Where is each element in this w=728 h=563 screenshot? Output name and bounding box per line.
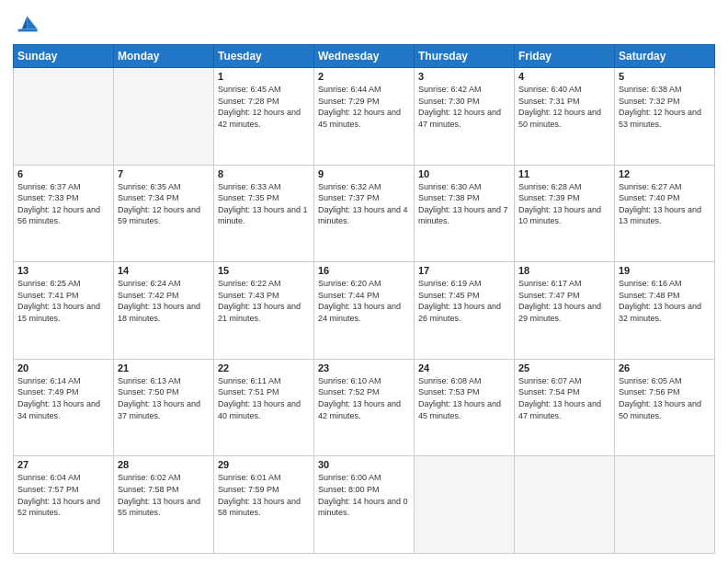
calendar-cell: 30 Sunrise: 6:00 AMSunset: 8:00 PMDaylig… [314, 456, 415, 554]
day-info: Sunrise: 6:13 AMSunset: 7:50 PMDaylight:… [118, 375, 210, 421]
calendar-cell: 17 Sunrise: 6:19 AMSunset: 7:45 PMDaylig… [415, 262, 515, 360]
calendar-cell: 6 Sunrise: 6:37 AMSunset: 7:33 PMDayligh… [14, 165, 114, 262]
day-number: 2 [318, 71, 410, 82]
day-info: Sunrise: 6:30 AMSunset: 7:38 PMDaylight:… [418, 181, 510, 227]
page: SundayMondayTuesdayWednesdayThursdayFrid… [0, 0, 728, 563]
day-number: 21 [118, 362, 210, 373]
calendar-cell: 13 Sunrise: 6:25 AMSunset: 7:41 PMDaylig… [14, 262, 114, 360]
day-info: Sunrise: 6:01 AMSunset: 7:59 PMDaylight:… [218, 472, 310, 518]
day-number: 19 [619, 265, 711, 276]
day-info: Sunrise: 6:02 AMSunset: 7:58 PMDaylight:… [118, 472, 210, 518]
day-header-wednesday: Wednesday [314, 45, 415, 68]
day-header-tuesday: Tuesday [214, 45, 314, 68]
svg-marker-0 [27, 17, 37, 29]
day-number: 13 [17, 265, 109, 276]
calendar-cell: 2 Sunrise: 6:44 AMSunset: 7:29 PMDayligh… [314, 68, 415, 166]
calendar-cell: 1 Sunrise: 6:45 AMSunset: 7:28 PMDayligh… [214, 68, 314, 166]
day-info: Sunrise: 6:08 AMSunset: 7:53 PMDaylight:… [418, 375, 510, 421]
day-number: 23 [318, 362, 410, 373]
day-number: 28 [118, 459, 210, 470]
day-info: Sunrise: 6:19 AMSunset: 7:45 PMDaylight:… [418, 278, 510, 324]
logo [13, 11, 42, 37]
calendar-cell: 5 Sunrise: 6:38 AMSunset: 7:32 PMDayligh… [615, 68, 715, 166]
day-number: 20 [17, 362, 109, 373]
header [13, 11, 715, 37]
calendar-cell: 12 Sunrise: 6:27 AMSunset: 7:40 PMDaylig… [615, 165, 715, 262]
calendar-cell: 8 Sunrise: 6:33 AMSunset: 7:35 PMDayligh… [214, 165, 314, 262]
calendar-cell [415, 456, 515, 554]
week-row-3: 13 Sunrise: 6:25 AMSunset: 7:41 PMDaylig… [14, 262, 715, 360]
day-info: Sunrise: 6:37 AMSunset: 7:33 PMDaylight:… [17, 181, 109, 227]
calendar-cell [114, 68, 214, 166]
calendar-cell: 15 Sunrise: 6:22 AMSunset: 7:43 PMDaylig… [214, 262, 314, 360]
day-info: Sunrise: 6:32 AMSunset: 7:37 PMDaylight:… [318, 181, 410, 227]
day-info: Sunrise: 6:42 AMSunset: 7:30 PMDaylight:… [418, 84, 510, 130]
day-info: Sunrise: 6:07 AMSunset: 7:54 PMDaylight:… [518, 375, 610, 421]
calendar-cell: 14 Sunrise: 6:24 AMSunset: 7:42 PMDaylig… [114, 262, 214, 360]
day-header-sunday: Sunday [14, 45, 114, 68]
days-of-week-row: SundayMondayTuesdayWednesdayThursdayFrid… [14, 45, 715, 68]
week-row-5: 27 Sunrise: 6:04 AMSunset: 7:57 PMDaylig… [14, 456, 715, 554]
calendar-cell: 25 Sunrise: 6:07 AMSunset: 7:54 PMDaylig… [515, 359, 615, 456]
day-info: Sunrise: 6:24 AMSunset: 7:42 PMDaylight:… [118, 278, 210, 324]
day-info: Sunrise: 6:22 AMSunset: 7:43 PMDaylight:… [218, 278, 310, 324]
day-number: 22 [218, 362, 310, 373]
day-number: 6 [17, 168, 109, 179]
calendar-cell: 7 Sunrise: 6:35 AMSunset: 7:34 PMDayligh… [114, 165, 214, 262]
calendar-cell: 11 Sunrise: 6:28 AMSunset: 7:39 PMDaylig… [515, 165, 615, 262]
calendar-cell [14, 68, 114, 166]
calendar-cell: 18 Sunrise: 6:17 AMSunset: 7:47 PMDaylig… [515, 262, 615, 360]
day-number: 27 [17, 459, 109, 470]
day-header-monday: Monday [114, 45, 214, 68]
calendar-cell: 29 Sunrise: 6:01 AMSunset: 7:59 PMDaylig… [214, 456, 314, 554]
day-number: 5 [619, 71, 711, 82]
day-number: 29 [218, 459, 310, 470]
calendar-cell: 3 Sunrise: 6:42 AMSunset: 7:30 PMDayligh… [415, 68, 515, 166]
day-info: Sunrise: 6:14 AMSunset: 7:49 PMDaylight:… [17, 375, 109, 421]
calendar-header: SundayMondayTuesdayWednesdayThursdayFrid… [14, 45, 715, 68]
calendar-cell: 9 Sunrise: 6:32 AMSunset: 7:37 PMDayligh… [314, 165, 415, 262]
day-info: Sunrise: 6:28 AMSunset: 7:39 PMDaylight:… [518, 181, 610, 227]
day-number: 18 [518, 265, 610, 276]
day-number: 12 [619, 168, 711, 179]
day-number: 11 [518, 168, 610, 179]
calendar-cell: 21 Sunrise: 6:13 AMSunset: 7:50 PMDaylig… [114, 359, 214, 456]
week-row-1: 1 Sunrise: 6:45 AMSunset: 7:28 PMDayligh… [14, 68, 715, 166]
day-info: Sunrise: 6:38 AMSunset: 7:32 PMDaylight:… [619, 84, 711, 130]
day-info: Sunrise: 6:40 AMSunset: 7:31 PMDaylight:… [518, 84, 610, 130]
day-number: 3 [418, 71, 510, 82]
day-number: 24 [418, 362, 510, 373]
day-info: Sunrise: 6:25 AMSunset: 7:41 PMDaylight:… [17, 278, 109, 324]
day-number: 25 [518, 362, 610, 373]
day-number: 1 [218, 71, 310, 82]
day-number: 7 [118, 168, 210, 179]
week-row-4: 20 Sunrise: 6:14 AMSunset: 7:49 PMDaylig… [14, 359, 715, 456]
day-header-thursday: Thursday [415, 45, 515, 68]
day-header-saturday: Saturday [615, 45, 715, 68]
day-number: 26 [619, 362, 711, 373]
calendar-cell [515, 456, 615, 554]
day-info: Sunrise: 6:27 AMSunset: 7:40 PMDaylight:… [619, 181, 711, 227]
day-info: Sunrise: 6:44 AMSunset: 7:29 PMDaylight:… [318, 84, 410, 130]
day-info: Sunrise: 6:35 AMSunset: 7:34 PMDaylight:… [118, 181, 210, 227]
day-info: Sunrise: 6:05 AMSunset: 7:56 PMDaylight:… [619, 375, 711, 421]
day-number: 8 [218, 168, 310, 179]
day-info: Sunrise: 6:16 AMSunset: 7:48 PMDaylight:… [619, 278, 711, 324]
day-number: 14 [118, 265, 210, 276]
day-number: 16 [318, 265, 410, 276]
calendar-cell: 4 Sunrise: 6:40 AMSunset: 7:31 PMDayligh… [515, 68, 615, 166]
day-number: 9 [318, 168, 410, 179]
day-number: 15 [218, 265, 310, 276]
calendar-body: 1 Sunrise: 6:45 AMSunset: 7:28 PMDayligh… [14, 68, 715, 554]
calendar-cell: 23 Sunrise: 6:10 AMSunset: 7:52 PMDaylig… [314, 359, 415, 456]
calendar-cell: 16 Sunrise: 6:20 AMSunset: 7:44 PMDaylig… [314, 262, 415, 360]
day-info: Sunrise: 6:04 AMSunset: 7:57 PMDaylight:… [17, 472, 109, 518]
calendar-cell: 26 Sunrise: 6:05 AMSunset: 7:56 PMDaylig… [615, 359, 715, 456]
day-number: 17 [418, 265, 510, 276]
day-header-friday: Friday [515, 45, 615, 68]
calendar-table: SundayMondayTuesdayWednesdayThursdayFrid… [13, 44, 715, 554]
calendar-cell: 28 Sunrise: 6:02 AMSunset: 7:58 PMDaylig… [114, 456, 214, 554]
week-row-2: 6 Sunrise: 6:37 AMSunset: 7:33 PMDayligh… [14, 165, 715, 262]
calendar-cell: 19 Sunrise: 6:16 AMSunset: 7:48 PMDaylig… [615, 262, 715, 360]
day-info: Sunrise: 6:17 AMSunset: 7:47 PMDaylight:… [518, 278, 610, 324]
